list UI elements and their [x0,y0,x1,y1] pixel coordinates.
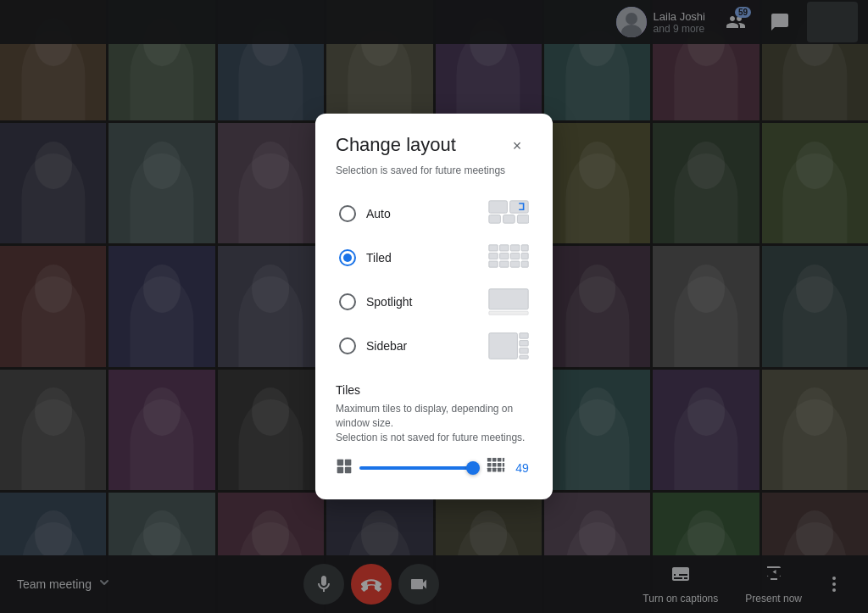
layout-sidebar-label: Sidebar [366,339,407,353]
svg-rect-15 [489,254,498,259]
sidebar-layout-icon [488,332,529,359]
svg-rect-17 [510,254,519,259]
dialog-subtitle: Selection is saved for future meetings [336,164,532,176]
svg-rect-31 [345,459,352,465]
svg-rect-28 [520,348,528,354]
dialog-title: Change layout [336,134,456,156]
tiles-value: 49 [512,461,532,475]
close-button[interactable]: × [502,131,532,161]
svg-rect-36 [498,458,502,462]
dialog-header: Change layout × [336,134,532,161]
svg-rect-9 [504,215,515,224]
svg-rect-25 [489,333,518,359]
radio-spotlight [339,293,356,310]
layout-spotlight-label: Spotlight [366,295,412,309]
spotlight-layout-icon [488,288,529,315]
svg-rect-43 [503,458,504,462]
layout-sidebar-left: Sidebar [339,337,407,354]
layout-option-spotlight[interactable]: Spotlight [336,281,532,322]
layout-option-sidebar[interactable]: Sidebar [336,326,532,366]
svg-rect-35 [492,458,497,462]
svg-rect-45 [503,468,504,472]
grid-small-icon [336,458,353,478]
svg-rect-39 [498,463,502,467]
svg-rect-7 [510,201,529,213]
tiled-layout-icon [488,244,529,271]
tiles-slider-container[interactable] [359,460,480,476]
svg-rect-24 [489,311,528,315]
svg-rect-27 [520,341,528,346]
svg-rect-11 [489,245,498,251]
svg-rect-18 [521,254,528,259]
svg-rect-38 [492,463,497,467]
tiles-section: Tiles Maximum tiles to display, dependin… [336,383,532,478]
svg-rect-37 [487,463,492,467]
layout-auto-left: Auto [339,205,391,222]
layout-options: Auto [336,193,532,366]
svg-rect-16 [500,254,509,259]
tiles-description: Maximum tiles to display, depending on w… [336,402,532,444]
radio-sidebar [339,337,356,354]
radio-tiled [339,249,356,266]
svg-rect-29 [520,355,528,359]
svg-rect-30 [337,459,344,465]
svg-rect-41 [492,468,497,472]
svg-rect-20 [500,261,509,267]
layout-auto-label: Auto [366,207,391,220]
radio-auto [339,205,356,222]
radio-tiled-inner [343,254,352,262]
svg-rect-44 [503,463,504,467]
svg-rect-33 [345,467,352,474]
auto-layout-icon [488,200,529,227]
svg-rect-13 [510,245,519,251]
layout-option-auto[interactable]: Auto [336,193,532,234]
layout-tiled-left: Tiled [339,249,392,266]
svg-rect-23 [489,289,528,309]
svg-rect-40 [487,468,492,472]
tiles-title: Tiles [336,383,532,397]
svg-rect-42 [498,468,502,472]
svg-rect-19 [489,261,498,267]
svg-rect-6 [489,201,508,213]
svg-rect-14 [521,245,528,251]
svg-rect-21 [510,261,519,267]
svg-rect-26 [520,333,528,338]
modal-overlay: Change layout × Selection is saved for f… [0,0,868,613]
grid-large-icon [487,457,505,479]
layout-spotlight-left: Spotlight [339,293,412,310]
svg-rect-12 [500,245,509,251]
svg-rect-32 [337,467,344,474]
svg-rect-10 [517,215,529,224]
svg-rect-8 [489,215,501,224]
svg-rect-22 [521,261,528,267]
tiles-slider-row: 49 [336,457,532,479]
svg-rect-34 [487,458,492,462]
change-layout-dialog: Change layout × Selection is saved for f… [315,114,553,499]
tiles-slider[interactable] [359,466,480,470]
layout-tiled-label: Tiled [366,251,392,265]
layout-option-tiled[interactable]: Tiled [336,237,532,278]
